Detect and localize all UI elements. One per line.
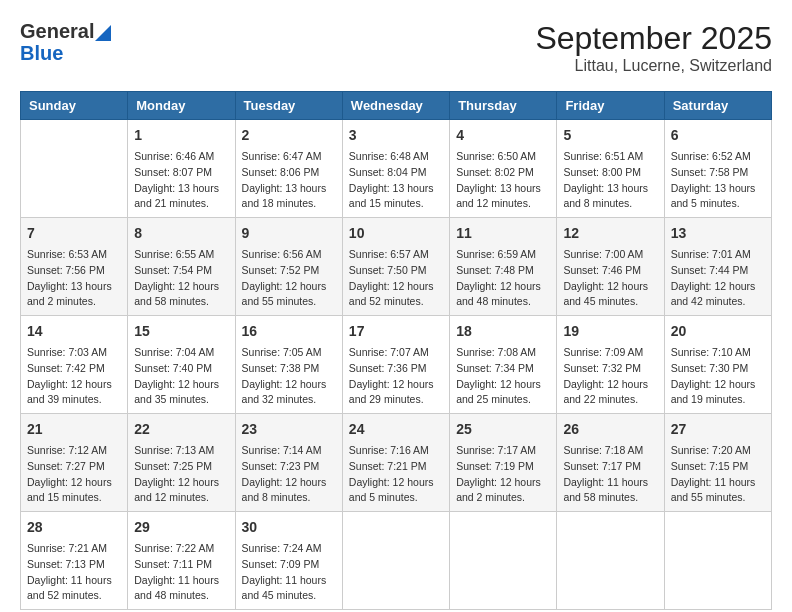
date-number: 17 bbox=[349, 321, 443, 342]
week-row-2: 7Sunrise: 6:53 AMSunset: 7:56 PMDaylight… bbox=[21, 218, 772, 316]
week-row-4: 21Sunrise: 7:12 AMSunset: 7:27 PMDayligh… bbox=[21, 414, 772, 512]
cell-sun-info: Sunrise: 6:50 AMSunset: 8:02 PMDaylight:… bbox=[456, 149, 550, 212]
title-block: September 2025 Littau, Lucerne, Switzerl… bbox=[535, 20, 772, 75]
day-header-friday: Friday bbox=[557, 92, 664, 120]
cell-sun-info: Sunrise: 7:14 AMSunset: 7:23 PMDaylight:… bbox=[242, 443, 336, 506]
date-number: 27 bbox=[671, 419, 765, 440]
calendar-cell: 27Sunrise: 7:20 AMSunset: 7:15 PMDayligh… bbox=[664, 414, 771, 512]
date-number: 16 bbox=[242, 321, 336, 342]
day-header-wednesday: Wednesday bbox=[342, 92, 449, 120]
date-number: 15 bbox=[134, 321, 228, 342]
date-number: 8 bbox=[134, 223, 228, 244]
date-number: 4 bbox=[456, 125, 550, 146]
date-number: 1 bbox=[134, 125, 228, 146]
week-row-1: 1Sunrise: 6:46 AMSunset: 8:07 PMDaylight… bbox=[21, 120, 772, 218]
calendar-cell: 8Sunrise: 6:55 AMSunset: 7:54 PMDaylight… bbox=[128, 218, 235, 316]
day-header-monday: Monday bbox=[128, 92, 235, 120]
calendar-cell bbox=[21, 120, 128, 218]
cell-sun-info: Sunrise: 7:08 AMSunset: 7:34 PMDaylight:… bbox=[456, 345, 550, 408]
date-number: 30 bbox=[242, 517, 336, 538]
date-number: 20 bbox=[671, 321, 765, 342]
date-number: 25 bbox=[456, 419, 550, 440]
calendar-subtitle: Littau, Lucerne, Switzerland bbox=[535, 57, 772, 75]
cell-sun-info: Sunrise: 7:12 AMSunset: 7:27 PMDaylight:… bbox=[27, 443, 121, 506]
date-number: 5 bbox=[563, 125, 657, 146]
calendar-cell: 21Sunrise: 7:12 AMSunset: 7:27 PMDayligh… bbox=[21, 414, 128, 512]
calendar-cell: 9Sunrise: 6:56 AMSunset: 7:52 PMDaylight… bbox=[235, 218, 342, 316]
calendar-cell: 26Sunrise: 7:18 AMSunset: 7:17 PMDayligh… bbox=[557, 414, 664, 512]
date-number: 12 bbox=[563, 223, 657, 244]
calendar-cell: 30Sunrise: 7:24 AMSunset: 7:09 PMDayligh… bbox=[235, 512, 342, 610]
cell-sun-info: Sunrise: 7:09 AMSunset: 7:32 PMDaylight:… bbox=[563, 345, 657, 408]
cell-sun-info: Sunrise: 6:53 AMSunset: 7:56 PMDaylight:… bbox=[27, 247, 121, 310]
cell-sun-info: Sunrise: 7:18 AMSunset: 7:17 PMDaylight:… bbox=[563, 443, 657, 506]
calendar-cell: 11Sunrise: 6:59 AMSunset: 7:48 PMDayligh… bbox=[450, 218, 557, 316]
calendar-cell: 18Sunrise: 7:08 AMSunset: 7:34 PMDayligh… bbox=[450, 316, 557, 414]
cell-sun-info: Sunrise: 6:46 AMSunset: 8:07 PMDaylight:… bbox=[134, 149, 228, 212]
calendar-cell: 29Sunrise: 7:22 AMSunset: 7:11 PMDayligh… bbox=[128, 512, 235, 610]
calendar-cell: 12Sunrise: 7:00 AMSunset: 7:46 PMDayligh… bbox=[557, 218, 664, 316]
cell-sun-info: Sunrise: 7:00 AMSunset: 7:46 PMDaylight:… bbox=[563, 247, 657, 310]
cell-sun-info: Sunrise: 6:52 AMSunset: 7:58 PMDaylight:… bbox=[671, 149, 765, 212]
cell-sun-info: Sunrise: 6:57 AMSunset: 7:50 PMDaylight:… bbox=[349, 247, 443, 310]
calendar-cell: 10Sunrise: 6:57 AMSunset: 7:50 PMDayligh… bbox=[342, 218, 449, 316]
date-number: 14 bbox=[27, 321, 121, 342]
cell-sun-info: Sunrise: 7:22 AMSunset: 7:11 PMDaylight:… bbox=[134, 541, 228, 604]
cell-sun-info: Sunrise: 7:16 AMSunset: 7:21 PMDaylight:… bbox=[349, 443, 443, 506]
date-number: 9 bbox=[242, 223, 336, 244]
calendar-title: September 2025 bbox=[535, 20, 772, 57]
date-number: 22 bbox=[134, 419, 228, 440]
calendar-cell: 25Sunrise: 7:17 AMSunset: 7:19 PMDayligh… bbox=[450, 414, 557, 512]
cell-sun-info: Sunrise: 6:55 AMSunset: 7:54 PMDaylight:… bbox=[134, 247, 228, 310]
day-header-thursday: Thursday bbox=[450, 92, 557, 120]
calendar-cell: 22Sunrise: 7:13 AMSunset: 7:25 PMDayligh… bbox=[128, 414, 235, 512]
calendar-cell: 15Sunrise: 7:04 AMSunset: 7:40 PMDayligh… bbox=[128, 316, 235, 414]
calendar-cell: 19Sunrise: 7:09 AMSunset: 7:32 PMDayligh… bbox=[557, 316, 664, 414]
calendar-cell: 6Sunrise: 6:52 AMSunset: 7:58 PMDaylight… bbox=[664, 120, 771, 218]
date-number: 6 bbox=[671, 125, 765, 146]
date-number: 2 bbox=[242, 125, 336, 146]
calendar-cell: 4Sunrise: 6:50 AMSunset: 8:02 PMDaylight… bbox=[450, 120, 557, 218]
calendar-cell: 13Sunrise: 7:01 AMSunset: 7:44 PMDayligh… bbox=[664, 218, 771, 316]
calendar-cell: 7Sunrise: 6:53 AMSunset: 7:56 PMDaylight… bbox=[21, 218, 128, 316]
calendar-cell: 17Sunrise: 7:07 AMSunset: 7:36 PMDayligh… bbox=[342, 316, 449, 414]
calendar-table: SundayMondayTuesdayWednesdayThursdayFrid… bbox=[20, 91, 772, 610]
logo-general: General bbox=[20, 20, 94, 42]
date-number: 19 bbox=[563, 321, 657, 342]
week-row-3: 14Sunrise: 7:03 AMSunset: 7:42 PMDayligh… bbox=[21, 316, 772, 414]
calendar-cell bbox=[342, 512, 449, 610]
date-number: 29 bbox=[134, 517, 228, 538]
date-number: 11 bbox=[456, 223, 550, 244]
cell-sun-info: Sunrise: 7:05 AMSunset: 7:38 PMDaylight:… bbox=[242, 345, 336, 408]
date-number: 26 bbox=[563, 419, 657, 440]
cell-sun-info: Sunrise: 7:21 AMSunset: 7:13 PMDaylight:… bbox=[27, 541, 121, 604]
cell-sun-info: Sunrise: 7:24 AMSunset: 7:09 PMDaylight:… bbox=[242, 541, 336, 604]
calendar-cell: 28Sunrise: 7:21 AMSunset: 7:13 PMDayligh… bbox=[21, 512, 128, 610]
logo: General Blue bbox=[20, 20, 111, 64]
cell-sun-info: Sunrise: 6:48 AMSunset: 8:04 PMDaylight:… bbox=[349, 149, 443, 212]
date-number: 23 bbox=[242, 419, 336, 440]
date-number: 3 bbox=[349, 125, 443, 146]
cell-sun-info: Sunrise: 7:04 AMSunset: 7:40 PMDaylight:… bbox=[134, 345, 228, 408]
cell-sun-info: Sunrise: 6:47 AMSunset: 8:06 PMDaylight:… bbox=[242, 149, 336, 212]
calendar-cell: 2Sunrise: 6:47 AMSunset: 8:06 PMDaylight… bbox=[235, 120, 342, 218]
svg-marker-0 bbox=[95, 25, 111, 41]
calendar-cell: 3Sunrise: 6:48 AMSunset: 8:04 PMDaylight… bbox=[342, 120, 449, 218]
date-number: 10 bbox=[349, 223, 443, 244]
calendar-cell: 16Sunrise: 7:05 AMSunset: 7:38 PMDayligh… bbox=[235, 316, 342, 414]
page-header: General Blue September 2025 Littau, Luce… bbox=[20, 20, 772, 75]
calendar-cell: 23Sunrise: 7:14 AMSunset: 7:23 PMDayligh… bbox=[235, 414, 342, 512]
calendar-cell bbox=[557, 512, 664, 610]
date-number: 21 bbox=[27, 419, 121, 440]
cell-sun-info: Sunrise: 6:56 AMSunset: 7:52 PMDaylight:… bbox=[242, 247, 336, 310]
date-number: 24 bbox=[349, 419, 443, 440]
calendar-body: 1Sunrise: 6:46 AMSunset: 8:07 PMDaylight… bbox=[21, 120, 772, 610]
calendar-cell: 1Sunrise: 6:46 AMSunset: 8:07 PMDaylight… bbox=[128, 120, 235, 218]
day-header-sunday: Sunday bbox=[21, 92, 128, 120]
calendar-cell: 14Sunrise: 7:03 AMSunset: 7:42 PMDayligh… bbox=[21, 316, 128, 414]
cell-sun-info: Sunrise: 7:13 AMSunset: 7:25 PMDaylight:… bbox=[134, 443, 228, 506]
cell-sun-info: Sunrise: 7:01 AMSunset: 7:44 PMDaylight:… bbox=[671, 247, 765, 310]
calendar-cell: 24Sunrise: 7:16 AMSunset: 7:21 PMDayligh… bbox=[342, 414, 449, 512]
cell-sun-info: Sunrise: 7:03 AMSunset: 7:42 PMDaylight:… bbox=[27, 345, 121, 408]
days-header-row: SundayMondayTuesdayWednesdayThursdayFrid… bbox=[21, 92, 772, 120]
